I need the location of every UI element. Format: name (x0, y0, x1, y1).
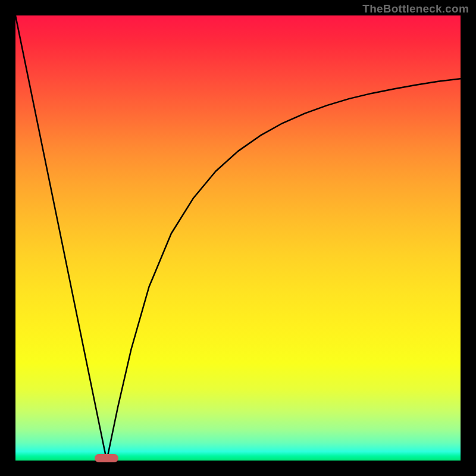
watermark-text: TheBottleneck.com (362, 2, 469, 15)
bottleneck-curve (15, 15, 461, 461)
optimal-marker-pill (95, 454, 118, 462)
